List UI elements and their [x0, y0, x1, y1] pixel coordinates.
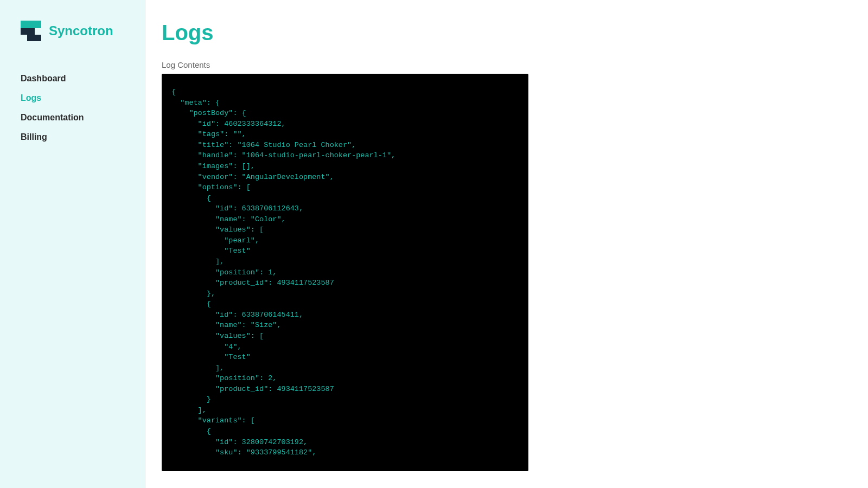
brand-logo-icon [21, 21, 41, 41]
log-contents[interactable]: { "meta": { "postBody": { "id": 46023333… [162, 74, 528, 471]
log-contents-label: Log Contents [162, 60, 852, 69]
sidebar-item-logs[interactable]: Logs [21, 93, 124, 103]
sidebar-item-documentation[interactable]: Documentation [21, 113, 124, 123]
sidebar-item-dashboard[interactable]: Dashboard [21, 74, 124, 84]
brand-logo[interactable]: Syncotron [21, 21, 124, 41]
sidebar-nav: Dashboard Logs Documentation Billing [21, 74, 124, 142]
page-title: Logs [162, 21, 852, 45]
sidebar-item-billing[interactable]: Billing [21, 132, 124, 142]
main-content: Logs Log Contents { "meta": { "postBody"… [145, 0, 868, 488]
brand-name: Syncotron [49, 23, 113, 38]
sidebar: Syncotron Dashboard Logs Documentation B… [0, 0, 145, 488]
